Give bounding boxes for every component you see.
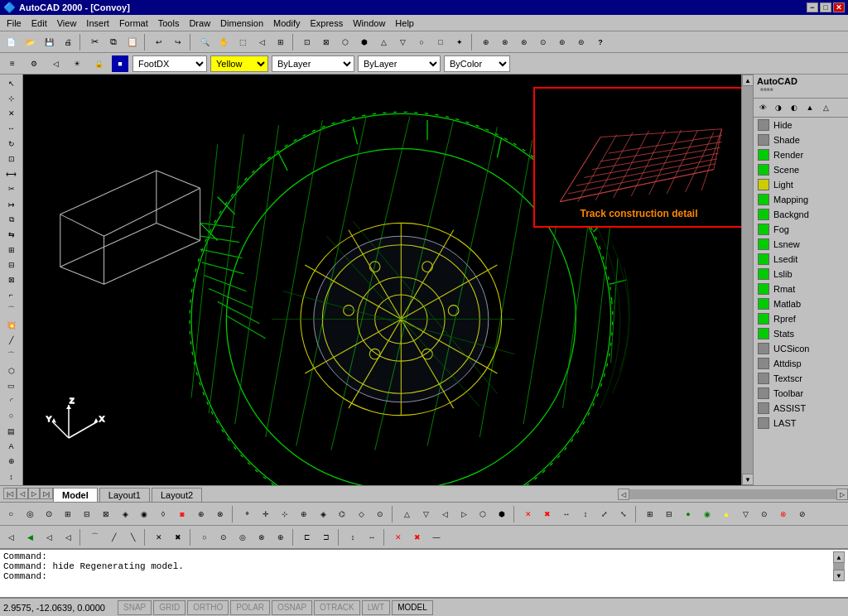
right-item-fog[interactable]: Fog xyxy=(754,222,848,237)
right-item-mapping[interactable]: Mapping xyxy=(754,192,848,207)
lt-stretch[interactable]: ⟷ xyxy=(2,167,21,181)
lt-explode[interactable]: 💥 xyxy=(2,318,21,332)
tb-btn-a[interactable]: ⊡ xyxy=(298,33,316,51)
right-item-rmat[interactable]: Rmat xyxy=(754,282,848,296)
rp-icon1[interactable]: 👁 xyxy=(755,100,770,115)
menu-item-file[interactable]: File xyxy=(2,17,26,30)
rp-icon4[interactable]: ▲ xyxy=(802,100,817,115)
lt-fillet[interactable]: ⌒ xyxy=(2,303,21,317)
btb-e3[interactable]: ↔ xyxy=(557,505,576,523)
lt-text[interactable]: A xyxy=(2,439,21,453)
btb-block3[interactable]: ⊠ xyxy=(97,505,115,523)
lt-arc[interactable]: ◜ xyxy=(2,394,21,408)
btb-e5[interactable]: ⤢ xyxy=(595,505,614,523)
btb-snap2[interactable]: ✛ xyxy=(257,505,275,523)
tb-btn-b[interactable]: ⊠ xyxy=(317,33,335,51)
btb-f1[interactable]: ⊞ xyxy=(641,505,659,523)
maximize-button[interactable]: □ xyxy=(820,2,831,12)
tab-scroll-right-right[interactable]: ▷| xyxy=(40,488,53,499)
menu-item-help[interactable]: Help xyxy=(390,17,419,30)
btb2-f2[interactable]: ↔ xyxy=(363,528,381,546)
paste-button[interactable]: 📋 xyxy=(123,33,142,51)
right-item-scene[interactable]: Scene xyxy=(754,162,848,177)
lt-hatch[interactable]: ▤ xyxy=(2,424,21,438)
btb-s4[interactable]: ◙ xyxy=(173,505,191,523)
btb-f2[interactable]: ⊟ xyxy=(660,505,678,523)
tab-layout1[interactable]: Layout1 xyxy=(99,488,150,502)
lt-break[interactable]: ⊠ xyxy=(2,272,21,286)
tb-btn-i[interactable]: ✦ xyxy=(450,33,469,51)
btb-e1[interactable]: ✕ xyxy=(519,505,537,523)
model-button[interactable]: MODEL xyxy=(392,600,433,615)
redo-button[interactable]: ↪ xyxy=(169,33,187,51)
lt-erase[interactable]: ✕ xyxy=(2,107,21,121)
btb2-e1[interactable]: ⊏ xyxy=(298,528,316,546)
btb-f4[interactable]: ◉ xyxy=(698,505,716,523)
zoom-extents-button[interactable]: ⊞ xyxy=(272,33,290,51)
btb-block[interactable]: ⊞ xyxy=(59,505,77,523)
cmd-scroll-down[interactable]: ▼ xyxy=(833,570,845,581)
right-item-stats[interactable]: Stats xyxy=(754,326,848,341)
tab-model[interactable]: Model xyxy=(53,488,98,502)
lt-circle[interactable]: ○ xyxy=(2,409,21,423)
zoom-prev-button[interactable]: ◁ xyxy=(253,33,271,51)
lt-move[interactable]: ↔ xyxy=(2,122,21,136)
right-item-backgnd[interactable]: Backgnd xyxy=(754,207,848,222)
btb-f9[interactable]: ⊘ xyxy=(793,505,812,523)
tb-btn-m[interactable]: ⊙ xyxy=(534,33,552,51)
btb2-g2[interactable]: ✖ xyxy=(408,528,426,546)
zoom-window-button[interactable]: ⬚ xyxy=(234,33,252,51)
zoom-realtime-button[interactable]: 🔍 xyxy=(195,33,214,51)
btb-s2[interactable]: ◉ xyxy=(135,505,153,523)
menu-item-express[interactable]: Express xyxy=(305,17,348,30)
btb2-g3[interactable]: — xyxy=(427,528,446,546)
grid-button[interactable]: GRID xyxy=(153,600,186,615)
btb-s1[interactable]: ◈ xyxy=(116,505,134,523)
menu-item-draw[interactable]: Draw xyxy=(184,17,215,30)
right-item-lslib[interactable]: Lslib xyxy=(754,267,848,282)
undo-button[interactable]: ↩ xyxy=(150,33,168,51)
rp-icon3[interactable]: ◐ xyxy=(787,100,802,115)
tb-btn-n[interactable]: ⊚ xyxy=(553,33,571,51)
lt-copy[interactable]: ⧉ xyxy=(2,212,21,226)
save-button[interactable]: 💾 xyxy=(40,33,58,51)
open-button[interactable]: 📂 xyxy=(21,33,39,51)
btb2-c1[interactable]: ✕ xyxy=(150,528,168,546)
lt-select2[interactable]: ⊹ xyxy=(2,91,21,105)
btb2-a4[interactable]: ◁ xyxy=(59,528,77,546)
lt-mirror[interactable]: ⇆ xyxy=(2,228,21,242)
snap-button[interactable]: SNAP xyxy=(118,600,152,615)
color-select[interactable]: Yellow xyxy=(210,55,268,72)
right-item-rpref[interactable]: Rpref xyxy=(754,311,848,326)
rp-icon2[interactable]: ◑ xyxy=(771,100,786,115)
btb-f6[interactable]: ▽ xyxy=(736,505,754,523)
osnap-button[interactable]: OSNAP xyxy=(272,600,312,615)
lt-select[interactable]: ↖ xyxy=(2,76,21,90)
tb-btn-k[interactable]: ⊗ xyxy=(496,33,514,51)
btb-f3[interactable]: ● xyxy=(679,505,697,523)
menu-item-format[interactable]: Format xyxy=(114,17,153,30)
lwt-button[interactable]: LWT xyxy=(362,600,390,615)
btb-f7[interactable]: ⊙ xyxy=(755,505,773,523)
right-item-hide[interactable]: Hide xyxy=(754,118,848,132)
menu-item-dimension[interactable]: Dimension xyxy=(215,17,268,30)
menu-item-insert[interactable]: Insert xyxy=(81,17,114,30)
btb-snap3[interactable]: ⊹ xyxy=(276,505,294,523)
tb-btn-h[interactable]: □ xyxy=(431,33,450,51)
close-button[interactable]: ✕ xyxy=(833,2,845,12)
btb-d2[interactable]: ▽ xyxy=(417,505,435,523)
btb2-d4[interactable]: ⊗ xyxy=(253,528,271,546)
lt-polygon[interactable]: ⬡ xyxy=(2,363,21,378)
btb2-d5[interactable]: ⊕ xyxy=(272,528,290,546)
btb2-b3[interactable]: ╲ xyxy=(123,528,142,546)
otrack-button[interactable]: OTRACK xyxy=(314,600,360,615)
layer-name-select[interactable]: FootDX xyxy=(132,55,207,72)
btb2-a1[interactable]: ◁ xyxy=(2,528,20,546)
lt-line[interactable]: ╱ xyxy=(2,334,21,348)
btb2-f1[interactable]: ↕ xyxy=(344,528,362,546)
color2-select[interactable]: ByColor xyxy=(444,55,510,72)
right-item-lsedit[interactable]: Lsedit xyxy=(754,252,848,267)
btb-s3[interactable]: ◊ xyxy=(154,505,172,523)
btb2-d3[interactable]: ◎ xyxy=(234,528,252,546)
layerstate-button[interactable]: ⚙ xyxy=(25,55,43,73)
